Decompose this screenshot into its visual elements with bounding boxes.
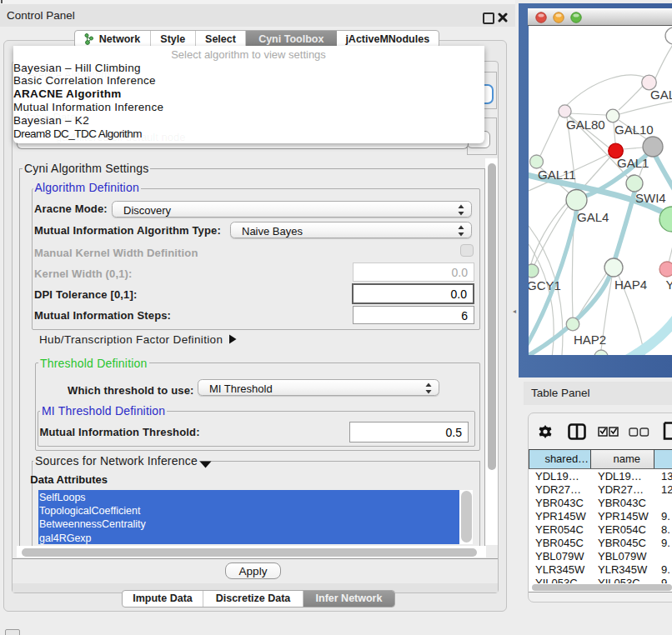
svg-text:GAL11: GAL11 [538,168,576,182]
svg-text:GAL4: GAL4 [577,210,609,224]
svg-text:HAP4: HAP4 [614,278,647,292]
svg-text:GAL80: GAL80 [566,118,605,132]
svg-text:SWI4: SWI4 [635,191,666,205]
svg-text:GAL10: GAL10 [614,122,654,137]
svg-text:GCY1: GCY1 [529,278,561,292]
svg-text:GAL: GAL [650,88,672,102]
svg-text:GAL1: GAL1 [617,156,649,170]
svg-text:HAP2: HAP2 [574,332,606,347]
svg-text:Y: Y [666,278,672,292]
